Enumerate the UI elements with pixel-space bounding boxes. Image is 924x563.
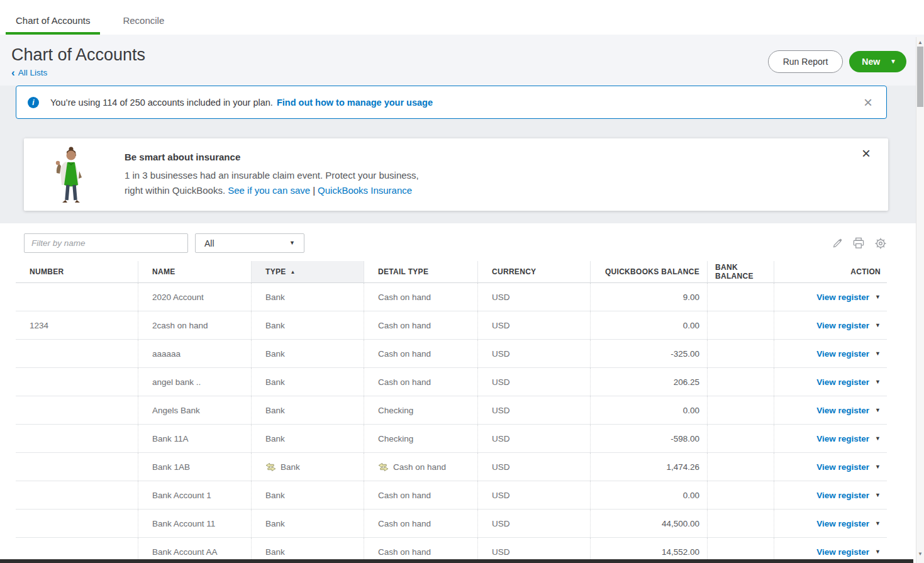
pencil-icon[interactable] bbox=[832, 238, 843, 249]
tab-reconcile[interactable]: Reconcile bbox=[123, 15, 164, 35]
accounts-table-section: All ▼ NUMBER NAM bbox=[0, 223, 924, 563]
cell-detail-type: Cash on hand bbox=[364, 510, 477, 537]
page-title: Chart of Accounts bbox=[11, 45, 145, 65]
accounts-table: NUMBER NAME TYPE ▲ DETAIL TYPE CURRENCY … bbox=[16, 261, 887, 563]
column-header-number[interactable]: NUMBER bbox=[16, 261, 138, 282]
cell-type: Bank bbox=[251, 368, 364, 396]
row-action-caret-icon[interactable]: ▼ bbox=[875, 493, 881, 498]
view-register-link[interactable]: View register bbox=[816, 519, 869, 528]
cell-number bbox=[16, 340, 138, 367]
cell-detail-type: Cash on hand bbox=[364, 368, 477, 396]
row-action-caret-icon[interactable]: ▼ bbox=[875, 379, 881, 385]
column-header-currency[interactable]: CURRENCY bbox=[477, 261, 590, 282]
insurance-illustration bbox=[52, 146, 89, 204]
cell-quickbooks-balance: 1,474.26 bbox=[590, 453, 707, 481]
cell-quickbooks-balance: 0.00 bbox=[590, 311, 707, 339]
all-lists-link[interactable]: ‹ All Lists bbox=[11, 67, 145, 78]
scrollbar-thumb[interactable] bbox=[917, 47, 923, 107]
row-action-caret-icon[interactable]: ▼ bbox=[875, 294, 881, 300]
view-register-link[interactable]: View register bbox=[816, 377, 869, 387]
column-header-bank-balance[interactable]: BANK BALANCE bbox=[707, 261, 774, 282]
view-register-link[interactable]: View register bbox=[816, 293, 869, 302]
column-header-detail-type[interactable]: DETAIL TYPE bbox=[364, 261, 477, 282]
scrollbar-up-icon[interactable]: ▲ bbox=[916, 40, 924, 45]
new-button-caret-icon[interactable]: ▼ bbox=[890, 59, 896, 65]
gear-icon[interactable] bbox=[874, 237, 887, 250]
page-header: Chart of Accounts ‹ All Lists Run Report… bbox=[0, 35, 924, 86]
cell-currency: USD bbox=[477, 396, 590, 424]
view-register-link[interactable]: View register bbox=[816, 547, 869, 557]
swap-arrows-icon bbox=[378, 463, 389, 471]
cell-currency: USD bbox=[477, 311, 590, 339]
scrollbar-down-icon[interactable]: ▼ bbox=[916, 551, 924, 557]
printer-icon[interactable] bbox=[852, 237, 865, 249]
cell-detail-type: Cash on hand bbox=[364, 453, 477, 481]
view-register-link[interactable]: View register bbox=[816, 349, 869, 359]
cell-currency: USD bbox=[477, 425, 590, 452]
banners-section: i You’re using 114 of 250 accounts inclu… bbox=[0, 86, 924, 223]
cell-name: Bank 11A bbox=[138, 425, 251, 452]
cell-bank-balance bbox=[707, 311, 774, 339]
column-header-type[interactable]: TYPE ▲ bbox=[251, 261, 364, 282]
row-action-caret-icon[interactable]: ▼ bbox=[875, 549, 881, 555]
view-register-link[interactable]: View register bbox=[816, 491, 869, 500]
row-action-caret-icon[interactable]: ▼ bbox=[875, 436, 881, 442]
vertical-scrollbar[interactable]: ▲ ▼ bbox=[916, 37, 924, 563]
row-action-caret-icon[interactable]: ▼ bbox=[875, 408, 881, 413]
table-body: 2020 AccountBankCash on handUSD9.00View … bbox=[16, 283, 887, 563]
cell-action: View register▼ bbox=[774, 283, 887, 311]
cell-bank-balance bbox=[707, 453, 774, 481]
view-register-link[interactable]: View register bbox=[816, 321, 869, 330]
row-action-caret-icon[interactable]: ▼ bbox=[875, 464, 881, 470]
cell-name: 2cash on hand bbox=[138, 311, 251, 339]
view-register-link[interactable]: View register bbox=[816, 406, 869, 415]
manage-usage-link[interactable]: Find out how to manage your usage bbox=[277, 98, 433, 108]
type-filter-caret-icon: ▼ bbox=[289, 240, 295, 246]
cell-name: angel bank .. bbox=[138, 368, 251, 396]
view-register-link[interactable]: View register bbox=[816, 434, 869, 443]
cell-detail-type: Checking bbox=[364, 425, 477, 452]
table-row: 2020 AccountBankCash on handUSD9.00View … bbox=[16, 283, 887, 311]
run-report-button[interactable]: Run Report bbox=[768, 50, 843, 73]
column-header-action[interactable]: ACTION bbox=[774, 261, 887, 282]
cell-bank-balance bbox=[707, 368, 774, 396]
tab-chart-of-accounts[interactable]: Chart of Accounts bbox=[6, 15, 100, 35]
cell-currency: USD bbox=[477, 453, 590, 481]
cell-bank-balance bbox=[707, 425, 774, 452]
new-button[interactable]: New ▼ bbox=[849, 51, 906, 72]
cell-name: Bank 1AB bbox=[138, 453, 251, 481]
insurance-banner-close-icon[interactable]: × bbox=[862, 146, 871, 161]
row-action-caret-icon[interactable]: ▼ bbox=[875, 323, 881, 328]
see-if-you-can-save-link[interactable]: See if you can save bbox=[228, 185, 310, 196]
usage-banner-close-icon[interactable]: × bbox=[864, 95, 872, 110]
cell-type: Bank bbox=[251, 340, 364, 367]
row-action-caret-icon[interactable]: ▼ bbox=[875, 521, 881, 527]
page-header-left: Chart of Accounts ‹ All Lists bbox=[11, 45, 145, 78]
view-register-link[interactable]: View register bbox=[816, 462, 869, 472]
swap-arrows-icon bbox=[265, 463, 276, 471]
all-lists-label: All Lists bbox=[18, 68, 48, 77]
cell-name: Angels Bank bbox=[138, 396, 251, 424]
table-row: Angels BankBankCheckingUSD0.00View regis… bbox=[16, 396, 887, 425]
table-toolbar bbox=[832, 237, 887, 250]
cell-number bbox=[16, 425, 138, 452]
cell-action: View register▼ bbox=[774, 425, 887, 452]
cell-number bbox=[16, 481, 138, 509]
cell-quickbooks-balance: 44,500.00 bbox=[590, 510, 707, 537]
table-row: Bank 1ABBankCash on handUSD1,474.26View … bbox=[16, 453, 887, 481]
usage-banner-text: You’re using 114 of 250 accounts include… bbox=[50, 98, 273, 108]
page-header-actions: Run Report New ▼ bbox=[768, 50, 906, 73]
cell-quickbooks-balance: 9.00 bbox=[590, 283, 707, 311]
cell-detail-type: Cash on hand bbox=[364, 340, 477, 367]
cell-type: Bank bbox=[251, 283, 364, 311]
column-header-name[interactable]: NAME bbox=[138, 261, 251, 282]
filter-by-name-input[interactable] bbox=[24, 233, 188, 253]
cell-action: View register▼ bbox=[774, 510, 887, 537]
type-filter-select[interactable]: All ▼ bbox=[195, 233, 304, 253]
cell-bank-balance bbox=[707, 510, 774, 537]
column-header-quickbooks-balance[interactable]: QUICKBOOKS BALANCE bbox=[590, 261, 707, 282]
quickbooks-insurance-link[interactable]: QuickBooks Insurance bbox=[318, 185, 412, 196]
sort-asc-icon: ▲ bbox=[291, 269, 296, 275]
table-row: Bank Account 11BankCash on handUSD44,500… bbox=[16, 510, 887, 538]
row-action-caret-icon[interactable]: ▼ bbox=[875, 351, 881, 357]
